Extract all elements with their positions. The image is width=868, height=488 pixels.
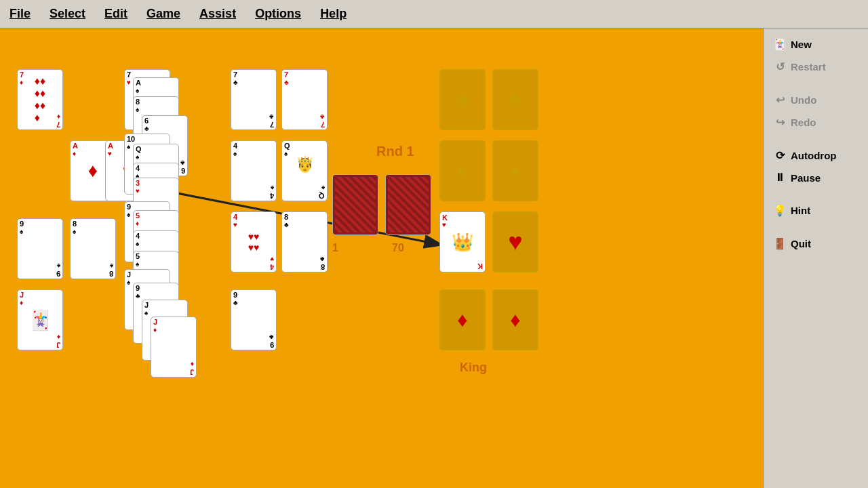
- autodrop-button[interactable]: ⟳ Autodrop: [769, 146, 863, 165]
- stock-count: 1: [332, 242, 338, 254]
- foundation-hearts[interactable]: ♥: [492, 211, 538, 272]
- card-8s-1[interactable]: 8 ♠ 8 ♠: [70, 218, 116, 279]
- game-area: Rnd 1 1 70 ♣ ♣ ♠ ♠ K ♥ 👑 K ♥ ♦: [0, 28, 763, 488]
- hint-icon: 💡: [773, 204, 787, 217]
- undo-button[interactable]: ↩ Undo: [769, 91, 863, 109]
- main-area: Rnd 1 1 70 ♣ ♣ ♠ ♠ K ♥ 👑 K ♥ ♦: [0, 28, 868, 488]
- foundation-diamonds-1[interactable]: ♦: [439, 289, 486, 350]
- pause-icon: ⏸: [773, 171, 787, 184]
- card-4h[interactable]: 4 ♥ ♥♥♥♥ 4 ♥: [231, 211, 277, 272]
- card-9c-3[interactable]: 9 ♣ 9 ♣: [231, 289, 277, 350]
- menu-bar: File Select Edit Game Assist Options Hel…: [0, 0, 868, 28]
- card-7c2[interactable]: 7 ♣ 7 ♣: [281, 69, 328, 130]
- king-text-label: King: [460, 361, 487, 375]
- foundation-clubs-2[interactable]: ♣: [492, 69, 538, 130]
- card-4s2[interactable]: 4 ♠ 4 ♠: [231, 140, 277, 201]
- card-8c[interactable]: 8 ♣ 8 ♣: [281, 211, 328, 272]
- new-button[interactable]: 🃏 New: [769, 35, 863, 54]
- foundation-diamonds-2[interactable]: ♦: [492, 289, 538, 350]
- hint-button[interactable]: 💡 Hint: [769, 201, 863, 220]
- menu-file[interactable]: File: [7, 5, 33, 22]
- redo-button[interactable]: ↪ Redo: [769, 113, 863, 131]
- undo-icon: ↩: [773, 94, 787, 106]
- waste-pile[interactable]: [385, 174, 431, 235]
- card-jd[interactable]: J ♦ 🃏 J ♦: [17, 289, 63, 350]
- card-face-q[interactable]: Q ♠ 🤴 Q ♠: [281, 140, 328, 201]
- new-icon: 🃏: [773, 38, 787, 51]
- menu-edit[interactable]: Edit: [102, 5, 130, 22]
- stock-pile[interactable]: [332, 174, 378, 235]
- restart-button[interactable]: ↺ Restart: [769, 58, 863, 76]
- waste-count: 70: [392, 242, 404, 254]
- card-jd2[interactable]: J ♦ J ♦: [151, 317, 197, 378]
- sidebar: 🃏 New ↺ Restart ↩ Undo ↪ Redo ⟳ Autodrop…: [763, 28, 868, 488]
- menu-help[interactable]: Help: [317, 5, 349, 22]
- card-7c[interactable]: 7 ♣ 7 ♣: [231, 69, 277, 130]
- pause-button[interactable]: ⏸ Pause: [769, 169, 863, 186]
- quit-icon: 🚪: [773, 237, 787, 250]
- autodrop-icon: ⟳: [773, 149, 787, 162]
- round-label: Rnd 1: [376, 144, 414, 159]
- card-7d[interactable]: 7 ♦ ♦♦♦♦♦♦♦ 7 ♦: [17, 69, 63, 130]
- foundation-spades-2[interactable]: ♠: [492, 140, 538, 201]
- foundation-clubs-1[interactable]: ♣: [439, 69, 486, 130]
- card-9s-1[interactable]: 9 ♠ 9 ♠: [17, 218, 63, 279]
- menu-options[interactable]: Options: [252, 5, 304, 22]
- menu-assist[interactable]: Assist: [197, 5, 239, 22]
- menu-game[interactable]: Game: [144, 5, 183, 22]
- menu-select[interactable]: Select: [47, 5, 88, 22]
- redo-icon: ↪: [773, 116, 787, 129]
- king-card[interactable]: K ♥ 👑 K: [439, 211, 486, 272]
- foundation-spades-1[interactable]: ♠: [439, 140, 486, 201]
- restart-icon: ↺: [773, 60, 787, 73]
- quit-button[interactable]: 🚪 Quit: [769, 235, 863, 253]
